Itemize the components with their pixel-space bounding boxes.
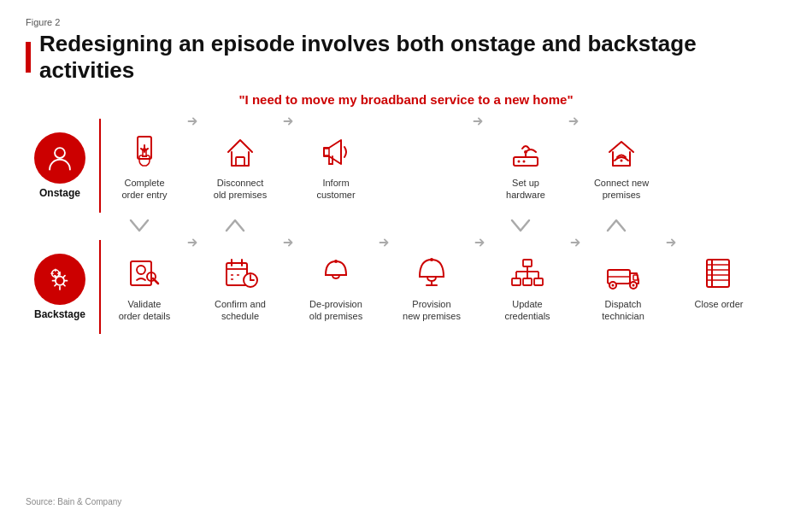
- close-order-label: Close order: [695, 298, 744, 310]
- connect-new-icon: [600, 131, 643, 173]
- validate-order-icon: [123, 252, 166, 295]
- bs-arrow-5: [566, 235, 585, 250]
- backstage-divider: [99, 240, 101, 334]
- arrow-1: [183, 114, 202, 129]
- svg-rect-33: [523, 278, 532, 285]
- backstage-circle: [34, 254, 85, 305]
- step-close-order: Close order: [680, 252, 757, 310]
- step-dispatch-technician: Dispatchtechnician: [585, 252, 662, 323]
- complete-order-label: Completeorder entry: [121, 177, 167, 202]
- subtitle: "I need to move my broadband service to …: [26, 92, 786, 107]
- step-provision-new: Provisionnew premises: [393, 252, 470, 323]
- bs-arrow-2: [279, 235, 297, 250]
- svg-point-0: [55, 148, 65, 158]
- svg-point-5: [518, 161, 521, 163]
- provision-new-label: Provisionnew premises: [403, 298, 461, 323]
- step-validate-order: Validateorder details: [106, 252, 183, 323]
- update-credentials-icon: [506, 252, 549, 295]
- step-complete-order: Completeorder entry: [106, 131, 183, 202]
- svg-point-27: [430, 258, 433, 261]
- svg-point-44: [633, 284, 635, 287]
- dispatch-technician-icon: [602, 252, 644, 295]
- setup-hardware-label: Set uphardware: [506, 177, 545, 202]
- backstage-label: Backstage: [34, 308, 85, 320]
- arrow-6: [564, 114, 583, 129]
- inform-customer-label: Informcustomer: [316, 177, 355, 202]
- close-order-icon: [697, 252, 740, 295]
- main-title: Redesigning an episode involves both ons…: [39, 31, 786, 84]
- confirm-schedule-icon: [219, 252, 262, 295]
- svg-rect-34: [534, 278, 543, 285]
- source-label: Source: Bain & Company: [26, 497, 121, 506]
- arrow-2: [279, 114, 297, 129]
- validate-order-label: Validateorder details: [119, 298, 171, 323]
- svg-rect-46: [633, 275, 638, 280]
- onstage-label: Onstage: [39, 187, 80, 199]
- confirm-schedule-label: Confirm andschedule: [215, 298, 266, 323]
- step-disconnect-old: Disconnectold premises: [202, 131, 279, 202]
- bs-arrow-6: [662, 235, 680, 250]
- svg-rect-3: [236, 157, 244, 166]
- step-update-credentials: Updatecredentials: [489, 252, 566, 323]
- figure-label: Figure 2: [26, 17, 786, 27]
- bs-arrow-4: [470, 235, 489, 250]
- svg-point-42: [612, 284, 615, 287]
- svg-rect-32: [512, 278, 521, 285]
- step-deprovision-old: De-provisionold premises: [297, 252, 374, 323]
- setup-hardware-icon: [504, 131, 547, 173]
- connect-new-label: Connect newpremises: [594, 177, 649, 202]
- deprovision-old-icon: [315, 252, 357, 295]
- svg-point-13: [137, 266, 145, 274]
- bs-arrow-3: [374, 235, 393, 250]
- step-setup-hardware: Set uphardware: [487, 131, 564, 202]
- onstage-divider: [99, 119, 101, 213]
- deprovision-old-label: De-provisionold premises: [309, 298, 362, 323]
- inform-customer-icon: [315, 131, 357, 173]
- dispatch-technician-label: Dispatchtechnician: [602, 298, 644, 323]
- title-accent: [26, 42, 31, 73]
- complete-order-icon: [123, 131, 166, 173]
- provision-new-icon: [410, 252, 453, 295]
- step-connect-new: Connect newpremises: [583, 131, 660, 202]
- svg-point-9: [621, 160, 623, 162]
- bs-arrow-1: [183, 235, 202, 250]
- onstage-circle: [34, 132, 85, 184]
- step-inform-customer: Informcustomer: [297, 131, 374, 202]
- svg-point-7: [524, 150, 527, 154]
- svg-rect-31: [523, 260, 532, 266]
- step-confirm-schedule: Confirm andschedule: [202, 252, 279, 323]
- svg-rect-4: [514, 157, 538, 166]
- svg-point-6: [523, 161, 526, 163]
- arrow-5: [468, 114, 487, 129]
- svg-rect-47: [707, 260, 729, 287]
- svg-point-25: [334, 260, 338, 263]
- update-credentials-label: Updatecredentials: [504, 298, 550, 323]
- disconnect-old-icon: [219, 131, 262, 173]
- disconnect-old-label: Disconnectold premises: [214, 177, 267, 202]
